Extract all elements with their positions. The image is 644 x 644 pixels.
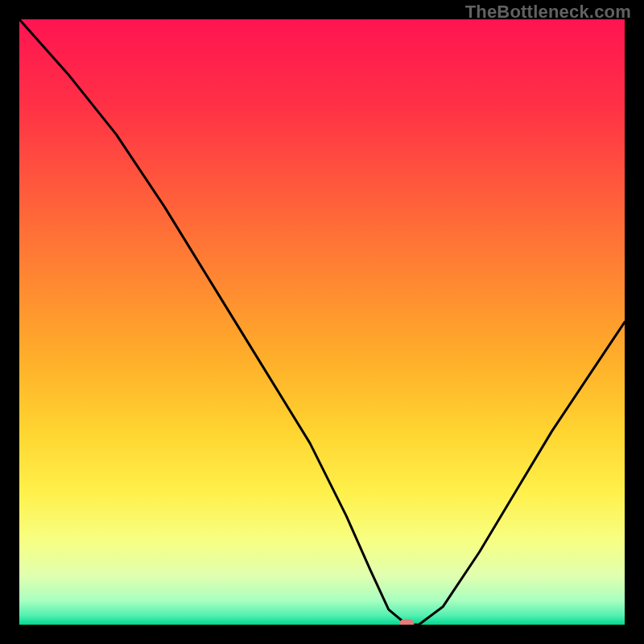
optimal-marker	[399, 619, 414, 625]
plot-area	[19, 19, 625, 625]
chart-svg	[19, 19, 625, 625]
chart-container: TheBottleneck.com	[0, 0, 644, 644]
gradient-background	[19, 19, 625, 625]
